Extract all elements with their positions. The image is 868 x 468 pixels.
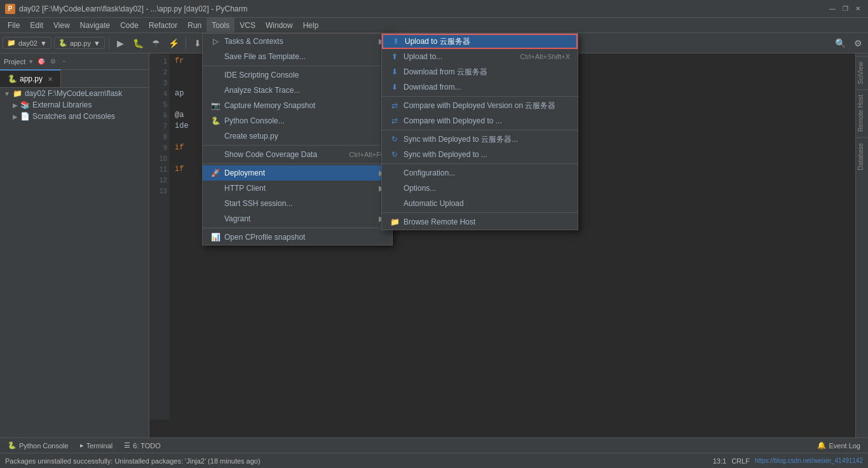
menu-refactor[interactable]: Refactor (144, 18, 182, 33)
python-console-tab[interactable]: 🐍 Python Console (3, 438, 74, 453)
settings-icon[interactable]: ⚙ (48, 57, 58, 67)
tree-item-external[interactable]: ▶ 📚 External Libraries (0, 99, 149, 111)
menu-save-template[interactable]: Save File as Template... (203, 49, 392, 64)
close-button[interactable]: ✕ (853, 4, 863, 14)
download-cloud-icon: ⬇ (390, 67, 400, 77)
line-numbers: 1234 5678 910111213 (149, 53, 170, 420)
menu-vcs[interactable]: VCS (234, 18, 261, 33)
sciview-tab[interactable]: SciView (856, 56, 869, 89)
submenu-options[interactable]: Options... (382, 181, 578, 196)
dropdown-arrow-icon: ▼ (40, 39, 47, 47)
submenu-download-from[interactable]: ⬇ Download from... (382, 79, 578, 95)
debug-button[interactable]: 🐛 (131, 36, 146, 51)
event-log-icon: 🔔 (817, 441, 826, 450)
minimize-button[interactable]: — (827, 4, 837, 14)
tree-scratches-label: Scratches and Consoles (32, 112, 115, 121)
compare-to-label: Compare with Deployed to ... (403, 116, 502, 125)
submenu-configuration[interactable]: Configuration... (382, 165, 578, 181)
todo-tab[interactable]: ☰ 6: TODO (119, 438, 166, 453)
compare-cloud-icon: ⇄ (390, 100, 400, 111)
menu-navigate[interactable]: Navigate (75, 18, 115, 33)
menu-tools[interactable]: Tools (207, 18, 234, 33)
menu-capture-memory[interactable]: 📷 Capture Memory Snapshot (203, 98, 392, 113)
run-button[interactable]: ▶ (113, 36, 128, 51)
event-log-tab[interactable]: 🔔 Event Log (812, 438, 865, 453)
download-from-label: Download from... (403, 83, 461, 92)
menu-open-cprofile[interactable]: 📊 Open CProfile snapshot (203, 230, 392, 245)
menu-divider-2 (203, 145, 392, 146)
menu-edit[interactable]: Edit (25, 18, 48, 33)
submenu-auto-upload[interactable]: Automatic Upload (382, 196, 578, 211)
upload-to-icon: ⬆ (390, 52, 400, 62)
deployment-label: Deployment (224, 169, 265, 177)
close-tab-icon[interactable]: ✕ (48, 76, 53, 83)
tasks-icon: ▷ (210, 36, 220, 46)
submenu-sync-cloud[interactable]: ↻ Sync with Deployed to 云服务器... (382, 132, 578, 147)
python-file-icon: 🐍 (8, 74, 17, 83)
submenu-divider-1 (382, 96, 578, 97)
profile-button[interactable]: ⚡ (166, 36, 182, 51)
tree-item-scratches[interactable]: ▶ 📄 Scratches and Consoles (0, 111, 149, 122)
capture-icon: 📷 (210, 100, 220, 111)
menu-start-ssh[interactable]: Start SSH session... (203, 196, 392, 211)
submenu-upload-cloud[interactable]: ⬆ Upload to 云服务器 (382, 34, 578, 49)
deployment-submenu: ⬆ Upload to 云服务器 ⬆ Upload to... Ctrl+Alt… (381, 33, 578, 230)
project-selector[interactable]: 📁 day02 ▼ (3, 37, 51, 49)
menu-deployment[interactable]: 🚀 Deployment ▶ (203, 165, 392, 181)
menu-create-setup[interactable]: Create setup.py (203, 128, 392, 144)
menu-help[interactable]: Help (298, 18, 324, 33)
submenu-download-cloud[interactable]: ⬇ Download from 云服务器 (382, 64, 578, 79)
maximize-button[interactable]: ❐ (840, 4, 850, 14)
todo-label: 6: TODO (133, 442, 161, 450)
menu-divider-1 (203, 65, 392, 66)
line-ending: CRLF (731, 457, 750, 465)
terminal-tab[interactable]: ▸ Terminal (75, 438, 118, 453)
coverage-label: Show Code Coverage Data (224, 150, 317, 159)
submenu-sync-to[interactable]: ↻ Sync with Deployed to ... (382, 147, 578, 162)
tree-item-day02[interactable]: ▼ 📁 day02 F:\MyCodeLearn\flask (0, 88, 149, 99)
menu-run[interactable]: Run (182, 18, 207, 33)
menubar: File Edit View Navigate Code Refactor Ru… (0, 18, 868, 33)
menu-window[interactable]: Window (261, 18, 298, 33)
coverage-menu-icon (210, 149, 220, 160)
coverage-button[interactable]: ☂ (149, 36, 164, 51)
hide-panel-button[interactable]: − (59, 57, 69, 67)
project-panel: Project ▼ 🎯 ⚙ − 🐍 app.py ✕ ▼ 📁 day02 F:\… (0, 53, 149, 437)
settings-button[interactable]: ⚙ (850, 36, 865, 51)
statusbar: Packages uninstalled successfully: Unins… (0, 453, 868, 468)
submenu-compare-to[interactable]: ⇄ Compare with Deployed to ... (382, 113, 578, 128)
upload-cloud-label: Upload to 云服务器 (405, 36, 470, 47)
menu-file[interactable]: File (3, 18, 25, 33)
menu-divider-3 (203, 163, 392, 164)
menu-http-client[interactable]: HTTP Client ▶ (203, 181, 392, 196)
submenu-browse-remote[interactable]: 📁 Browse Remote Host (382, 214, 578, 230)
locate-button[interactable]: 🎯 (36, 57, 46, 67)
project-panel-header: Project ▼ 🎯 ⚙ − (0, 53, 149, 70)
submenu-upload-to[interactable]: ⬆ Upload to... Ctrl+Alt+Shift+X (382, 49, 578, 64)
submenu-compare-cloud[interactable]: ⇄ Compare with Deployed Version on 云服务器 (382, 98, 578, 113)
compare-to-icon: ⇄ (390, 116, 400, 126)
menu-code[interactable]: Code (115, 18, 144, 33)
remote-host-tab[interactable]: Remote Host (856, 89, 869, 137)
database-tab[interactable]: Database (856, 137, 869, 176)
tab-apppy[interactable]: 🐍 app.py ✕ (0, 69, 61, 87)
blog-link[interactable]: https://blog.csdn.net/weixin_41491142 (755, 457, 863, 464)
menu-ide-scripting[interactable]: IDE Scripting Console (203, 67, 392, 83)
python-console-menu-label: Python Console... (224, 116, 285, 125)
run-config-selector[interactable]: 🐍 app.py ▼ (54, 37, 105, 49)
options-label: Options... (403, 184, 436, 193)
bottom-tabbar: 🐍 Python Console ▸ Terminal ☰ 6: TODO 🔔 … (0, 437, 868, 453)
search-everywhere-button[interactable]: 🔍 (832, 36, 848, 51)
save-template-icon (210, 52, 220, 62)
menu-view[interactable]: View (48, 18, 75, 33)
toolbar-divider-1 (109, 37, 109, 50)
project-name: day02 (18, 39, 37, 47)
download-cloud-label: Download from 云服务器 (403, 67, 487, 78)
menu-vagrant[interactable]: Vagrant ▶ (203, 211, 392, 226)
menu-analyze-stack[interactable]: Analyze Stack Trace... (203, 83, 392, 98)
menu-python-console[interactable]: 🐍 Python Console... (203, 113, 392, 128)
menu-tasks[interactable]: ▷ Tasks & Contexts ▶ (203, 34, 392, 49)
menu-show-coverage[interactable]: Show Code Coverage Data Ctrl+Alt+F6 (203, 147, 392, 162)
window-title: day02 [F:\MyCodeLearn\flask\day02] - ...… (19, 4, 827, 13)
deployment-icon: 🚀 (210, 168, 220, 178)
